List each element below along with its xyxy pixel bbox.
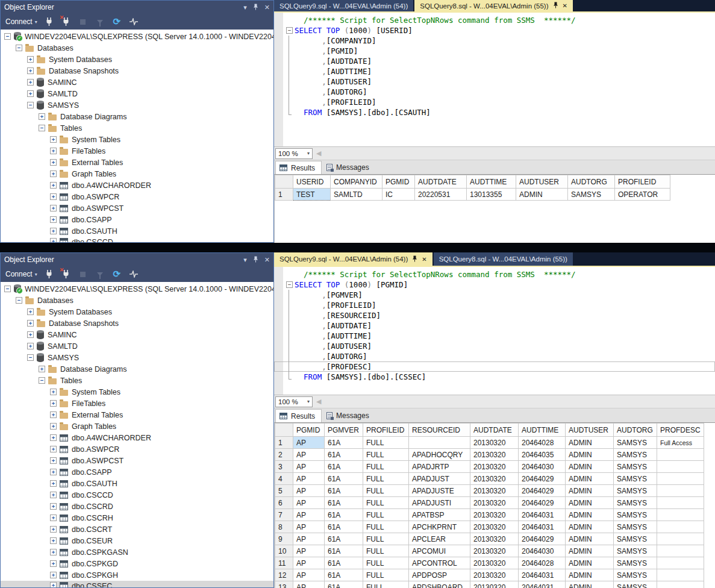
results-cell[interactable]: AP <box>293 509 325 521</box>
results-cell[interactable] <box>657 581 704 588</box>
results-cell[interactable]: APCHKPRNT <box>409 521 470 533</box>
results-cell[interactable]: 20464029 <box>519 473 566 485</box>
expand-expander-icon[interactable]: + <box>50 514 57 521</box>
column-header[interactable]: RESOURCEID <box>409 424 470 437</box>
results-cell[interactable]: FULL <box>363 449 409 461</box>
results-cell[interactable]: FULL <box>363 497 409 509</box>
results-cell[interactable]: SAMSYS <box>614 461 657 473</box>
tree-item[interactable]: +dbo.ASWPCST <box>1 455 273 466</box>
results-cell[interactable]: APATBSP <box>409 509 470 521</box>
results-cell[interactable]: 61A <box>325 581 363 588</box>
column-header[interactable]: AUDTUSER <box>566 424 614 437</box>
results-cell[interactable] <box>657 473 704 485</box>
expand-expander-icon[interactable]: + <box>39 113 45 120</box>
results-grid[interactable]: PGMIDPGMVERPROFILEIDRESOURCEIDAUDTDATEAU… <box>274 422 715 588</box>
results-cell[interactable]: 20464028 <box>519 437 566 449</box>
results-cell[interactable] <box>657 533 704 545</box>
expand-expander-icon[interactable]: + <box>50 457 57 464</box>
row-number[interactable]: 3 <box>275 461 293 473</box>
tab-results[interactable]: Results <box>275 161 322 174</box>
expand-expander-icon[interactable]: + <box>50 582 57 587</box>
results-cell[interactable]: APADJUSTI <box>409 497 470 509</box>
results-cell[interactable]: 20464030 <box>519 461 566 473</box>
results-cell[interactable]: APCOMUI <box>409 545 470 557</box>
results-cell[interactable]: 61A <box>325 545 363 557</box>
column-header[interactable]: PROFILEID <box>363 424 409 437</box>
results-cell[interactable]: 20130320 <box>470 473 519 485</box>
results-cell[interactable]: AP <box>293 581 325 588</box>
tree-item[interactable]: +SAMLTD <box>1 88 273 99</box>
tree-item[interactable]: +dbo.ASWPCST <box>1 202 273 214</box>
row-number[interactable]: 12 <box>275 569 293 581</box>
tab-results[interactable]: Results <box>275 409 322 422</box>
expand-expander-icon[interactable]: + <box>50 193 57 200</box>
results-cell[interactable]: AP <box>293 485 325 497</box>
results-cell[interactable]: 20464031 <box>519 509 566 521</box>
tree-item[interactable]: +dbo.CSAPP <box>1 466 273 478</box>
activity-monitor-icon[interactable] <box>129 269 139 279</box>
scroll-left-arrow[interactable]: ◀ <box>316 149 321 157</box>
tree-item[interactable]: +dbo.ASWPCR <box>1 443 273 455</box>
tree-item[interactable]: +SAMINC <box>1 329 273 340</box>
expand-expander-icon[interactable]: + <box>50 228 57 234</box>
results-cell[interactable]: Full Access <box>657 437 704 449</box>
results-cell[interactable]: APADJRTP <box>409 461 470 473</box>
tree-item[interactable]: +dbo.CSCCD <box>1 237 273 242</box>
document-tab[interactable]: SQLQuery8.sql - W...04EVAL\Admin (55))✕ <box>414 0 573 11</box>
results-cell[interactable]: 13013355 <box>467 189 516 201</box>
results-cell[interactable]: FULL <box>363 461 409 473</box>
results-cell[interactable]: 20130320 <box>470 485 519 497</box>
connect-button[interactable]: Connect▾ <box>5 270 37 278</box>
results-cell[interactable]: SAMSYS <box>614 581 657 588</box>
close-icon[interactable]: ✕ <box>264 4 270 11</box>
tree-item[interactable]: +Graph Tables <box>1 421 273 432</box>
row-number[interactable]: 4 <box>275 473 293 485</box>
results-cell[interactable]: FULL <box>363 485 409 497</box>
tree-item[interactable]: +System Databases <box>1 306 273 317</box>
results-cell[interactable]: APCONTROL <box>409 557 470 569</box>
results-cell[interactable]: ADMIN <box>566 473 614 485</box>
results-cell[interactable]: 61A <box>325 461 363 473</box>
results-cell[interactable]: 61A <box>325 521 363 533</box>
results-cell[interactable]: ADMIN <box>566 545 614 557</box>
expand-expander-icon[interactable]: + <box>27 331 34 338</box>
results-cell[interactable]: FULL <box>363 509 409 521</box>
results-cell[interactable]: 20220531 <box>415 189 467 201</box>
tree-item[interactable]: +dbo.ASWPCR <box>1 191 273 202</box>
results-cell[interactable]: SAMSYS <box>568 189 615 201</box>
tree-item[interactable]: +dbo.CSEUR <box>1 535 273 546</box>
collapse-expander-icon[interactable]: − <box>39 377 45 384</box>
results-cell[interactable]: FULL <box>363 521 409 533</box>
results-cell[interactable]: IC <box>382 189 415 201</box>
expand-expander-icon[interactable]: + <box>50 526 57 533</box>
refresh-icon[interactable]: ⟳ <box>112 17 122 27</box>
results-cell[interactable]: FULL <box>363 533 409 545</box>
row-number[interactable]: 11 <box>275 557 293 569</box>
row-number[interactable]: 2 <box>275 449 293 461</box>
expand-expander-icon[interactable]: + <box>27 343 34 349</box>
row-number[interactable]: 7 <box>275 509 293 521</box>
row-number[interactable]: 5 <box>275 485 293 497</box>
tree-item[interactable]: +dbo.A4WCHARORDER <box>1 180 273 191</box>
results-cell[interactable]: AP <box>293 449 325 461</box>
results-cell[interactable]: 61A <box>325 485 363 497</box>
sql-code-area[interactable]: /****** Script for SelectTopNRows comman… <box>274 13 715 146</box>
results-cell[interactable]: APDSHBOARD <box>409 581 470 588</box>
expand-expander-icon[interactable]: + <box>27 320 34 327</box>
tree-item[interactable]: −WINDEV2204EVAL\SQLEXPRESS (SQL Server 1… <box>1 31 273 42</box>
results-cell[interactable]: AP <box>293 545 325 557</box>
results-cell[interactable]: AP <box>293 557 325 569</box>
results-cell[interactable]: OPERATOR <box>615 189 670 201</box>
tab-messages[interactable]: Messages <box>323 161 375 174</box>
results-cell[interactable]: 20130320 <box>470 569 519 581</box>
results-cell[interactable]: 20130320 <box>470 521 519 533</box>
results-cell[interactable]: ADMIN <box>566 557 614 569</box>
tree-item[interactable]: +SAMINC <box>1 77 273 88</box>
tree-item[interactable]: +Database Snapshots <box>1 317 273 329</box>
connect-plug-icon[interactable] <box>45 17 54 27</box>
row-number[interactable]: 1 <box>275 189 293 201</box>
results-cell[interactable]: AP <box>293 521 325 533</box>
results-cell[interactable]: SAMSYS <box>614 569 657 581</box>
sql-code-area[interactable]: /****** Script for SelectTopNRows comman… <box>274 267 715 395</box>
results-cell[interactable]: 20130320 <box>470 509 519 521</box>
